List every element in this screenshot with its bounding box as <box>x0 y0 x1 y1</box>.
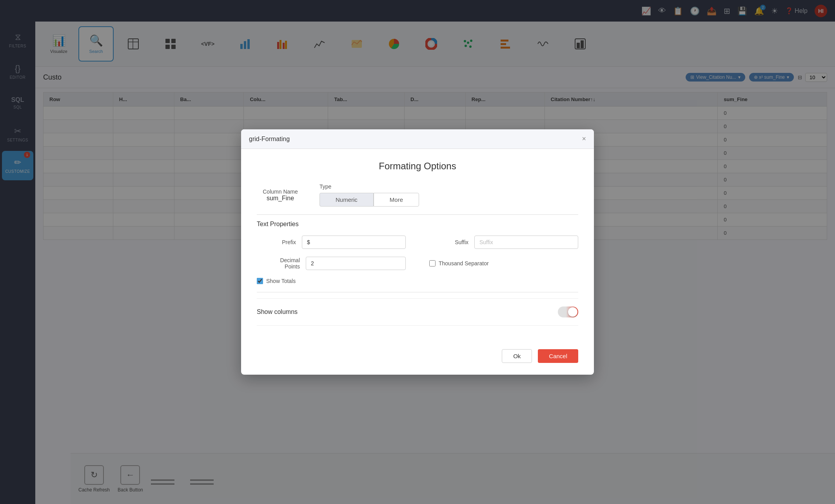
prefix-input[interactable] <box>302 236 406 249</box>
show-totals-checkbox[interactable] <box>257 278 263 284</box>
thousand-separator-checkbox-group: Thousand Separator <box>429 260 489 267</box>
thousand-separator-label: Thousand Separator <box>439 260 489 267</box>
show-columns-row: Show columns <box>257 298 578 326</box>
modal-header: grid-Formating × <box>241 129 594 149</box>
type-numeric-button[interactable]: Numeric <box>319 193 374 207</box>
show-columns-label: Show columns <box>257 308 298 315</box>
show-totals-group: Show Totals <box>257 278 578 284</box>
suffix-label: Suffix <box>429 239 468 245</box>
type-more-button[interactable]: More <box>374 193 419 207</box>
column-name-label: Column Name <box>257 189 304 195</box>
suffix-input[interactable] <box>474 236 578 249</box>
column-type-row: Column Name sum_Fine Type Numeric More <box>257 183 578 207</box>
toggle-knob <box>568 307 577 317</box>
text-properties-title: Text Properties <box>257 221 578 228</box>
thousand-separator-field-group: Thousand Separator <box>429 257 578 270</box>
prefix-field-group: Prefix <box>257 236 406 249</box>
cancel-button[interactable]: Cancel <box>538 349 578 363</box>
modal-footer: Ok Cancel <box>241 345 594 375</box>
fields-grid: Prefix Suffix DecimalPoints Thousand Sep… <box>257 236 578 270</box>
modal-body: Formating Options Column Name sum_Fine T… <box>241 149 594 345</box>
show-totals-label: Show Totals <box>266 278 296 284</box>
form-title: Formating Options <box>257 161 578 172</box>
modal-title: grid-Formating <box>249 136 290 143</box>
divider-1 <box>257 214 578 215</box>
column-name-value: sum_Fine <box>257 195 304 202</box>
ok-button[interactable]: Ok <box>502 349 532 363</box>
divider-2 <box>257 292 578 292</box>
thousand-separator-checkbox[interactable] <box>429 260 436 267</box>
type-buttons: Numeric More <box>319 193 578 207</box>
decimal-points-field-group: DecimalPoints <box>257 257 406 270</box>
prefix-label: Prefix <box>257 239 296 245</box>
modal-close-button[interactable]: × <box>582 135 586 143</box>
type-label: Type <box>319 183 578 190</box>
decimal-points-input[interactable] <box>306 257 406 270</box>
show-columns-toggle[interactable] <box>558 306 578 317</box>
decimal-points-label: DecimalPoints <box>257 257 300 270</box>
suffix-field-group: Suffix <box>429 236 578 249</box>
modal-dialog: grid-Formating × Formating Options Colum… <box>241 129 594 375</box>
